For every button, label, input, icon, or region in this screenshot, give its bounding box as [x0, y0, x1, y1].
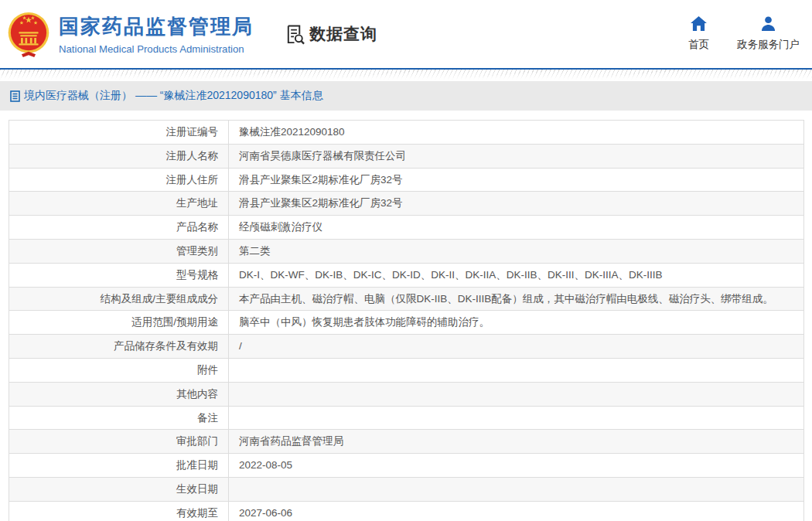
data-query-label: 数据查询: [309, 23, 377, 45]
table-row: 注册证编号 豫械注准20212090180: [9, 121, 803, 145]
registration-info-table: 注册证编号 豫械注准20212090180 注册人名称 河南省昊德康医疗器械有限…: [9, 120, 804, 521]
table-row: 备注: [9, 407, 803, 431]
row-label: 审批部门: [9, 430, 229, 453]
hatch-band: [0, 70, 812, 80]
brand-logo[interactable]: 国家药品监督管理局 National Medical Products Admi…: [6, 11, 254, 57]
table-row: 注册人住所 滑县产业聚集区2期标准化厂房32号: [9, 169, 803, 192]
site-subtitle: National Medical Products Administration: [59, 43, 254, 55]
breadcrumb-text: 境内医疗器械（注册） —— “豫械注准20212090180” 基本信息: [24, 89, 323, 103]
row-label: 产品储存条件及有效期: [9, 335, 229, 358]
nav-home[interactable]: 首页: [688, 16, 709, 52]
row-value: 2022-08-05: [229, 454, 803, 477]
table-row: 适用范围/预期用途 脑卒中（中风）恢复期患者肢体功能障碍的辅助治疗。: [9, 311, 803, 335]
row-value: [229, 359, 803, 382]
row-label: 批准日期: [9, 454, 229, 477]
row-value: 河南省药品监督管理局: [229, 430, 803, 453]
breadcrumb: 境内医疗器械（注册） —— “豫械注准20212090180” 基本信息: [0, 81, 812, 111]
row-value: 第二类: [229, 240, 803, 263]
header: 国家药品监督管理局 National Medical Products Admi…: [0, 0, 812, 68]
row-value: 本产品由主机、磁治疗帽、电脑（仅限DK-IIB、DK-IIIB配备）组成，其中磁…: [229, 288, 803, 311]
row-label: 其他内容: [9, 383, 229, 406]
data-query-section[interactable]: 数据查询: [285, 23, 377, 45]
nav-portal[interactable]: 政务服务门户: [737, 16, 800, 52]
table-row: 产品名称 经颅磁刺激治疗仪: [9, 216, 803, 240]
row-value: 脑卒中（中风）恢复期患者肢体功能障碍的辅助治疗。: [229, 311, 803, 334]
quick-nav: 首页 政务服务门户: [688, 16, 800, 52]
brand-text: 国家药品监督管理局 National Medical Products Admi…: [59, 13, 254, 55]
row-label: 有效期至: [9, 502, 229, 521]
document-search-icon: [285, 24, 305, 45]
row-value: 豫械注准20212090180: [229, 121, 803, 144]
table-row: 型号规格 DK-I、DK-WF、DK-IB、DK-IC、DK-ID、DK-II、…: [9, 264, 803, 288]
row-label: 附件: [9, 359, 229, 382]
table-row: 生效日期: [9, 478, 803, 502]
row-value: [229, 407, 803, 430]
table-row: 管理类别 第二类: [9, 240, 803, 264]
row-label: 备注: [9, 407, 229, 430]
row-label: 型号规格: [9, 264, 229, 287]
row-label: 生效日期: [9, 478, 229, 501]
table-row: 注册人名称 河南省昊德康医疗器械有限责任公司: [9, 145, 803, 169]
row-label: 注册人名称: [9, 145, 229, 168]
row-value: [229, 383, 803, 406]
table-row: 生产地址 滑县产业聚集区2期标准化厂房32号: [9, 192, 803, 216]
row-value: 滑县产业聚集区2期标准化厂房32号: [229, 192, 803, 215]
row-value: 经颅磁刺激治疗仪: [229, 216, 803, 239]
table-row: 附件: [9, 359, 803, 383]
table-row: 批准日期 2022-08-05: [9, 454, 803, 478]
row-label: 产品名称: [9, 216, 229, 239]
row-label: 注册证编号: [9, 121, 229, 144]
row-value: /: [229, 335, 803, 358]
table-row: 有效期至 2027-06-06: [9, 502, 803, 521]
table-row: 结构及组成/主要组成成分 本产品由主机、磁治疗帽、电脑（仅限DK-IIB、DK-…: [9, 288, 803, 312]
row-value: 2027-06-06: [229, 502, 803, 521]
site-title: 国家药品监督管理局: [59, 13, 254, 40]
table-row: 产品储存条件及有效期 /: [9, 335, 803, 359]
row-label: 适用范围/预期用途: [9, 311, 229, 334]
nav-portal-label: 政务服务门户: [737, 38, 800, 52]
document-icon: [10, 90, 20, 102]
table-row: 其他内容: [9, 383, 803, 407]
row-value: 河南省昊德康医疗器械有限责任公司: [229, 145, 803, 168]
row-label: 管理类别: [9, 240, 229, 263]
national-emblem-icon: [6, 11, 51, 57]
nav-home-label: 首页: [688, 38, 709, 52]
home-icon: [691, 16, 707, 31]
user-icon: [760, 16, 776, 31]
row-value: [229, 478, 803, 501]
row-value: 滑县产业聚集区2期标准化厂房32号: [229, 169, 803, 192]
row-label: 生产地址: [9, 192, 229, 215]
table-row: 审批部门 河南省药品监督管理局: [9, 430, 803, 454]
row-label: 注册人住所: [9, 169, 229, 192]
row-value: DK-I、DK-WF、DK-IB、DK-IC、DK-ID、DK-II、DK-II…: [229, 264, 803, 287]
row-label: 结构及组成/主要组成成分: [9, 288, 229, 311]
